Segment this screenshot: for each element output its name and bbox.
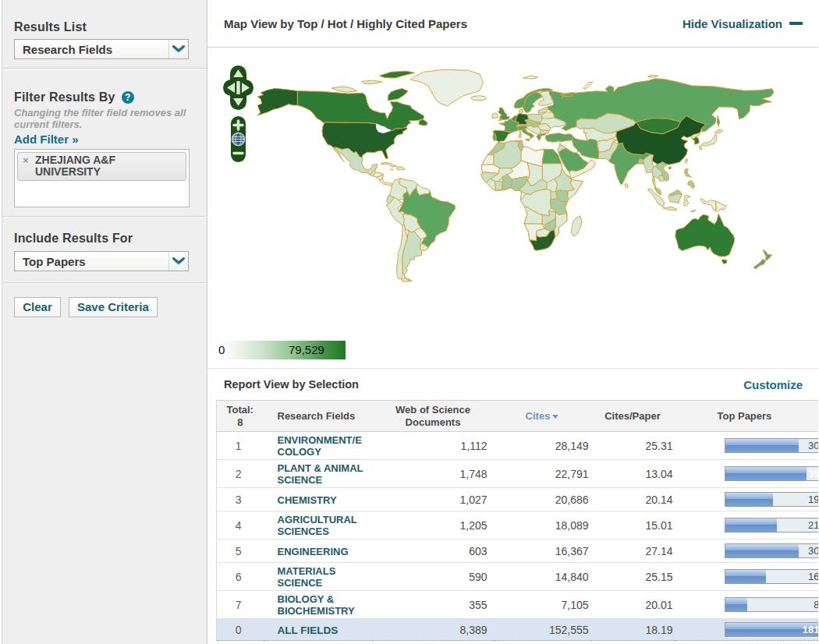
map-pan-control[interactable] — [223, 65, 254, 110]
map-region-australia[interactable] — [675, 214, 735, 257]
add-filter-link[interactable]: Add Filter » — [14, 133, 79, 146]
map-region-sardinia[interactable] — [519, 134, 521, 138]
filter-chip[interactable]: × ZHEJIANG A&F UNIVERSITY — [17, 152, 186, 181]
map-region-borneo-id[interactable] — [668, 194, 682, 203]
save-criteria-button[interactable]: Save Criteria — [69, 297, 158, 317]
column-header-cites[interactable]: Cites — [494, 401, 591, 432]
globe-reset-icon — [232, 133, 244, 145]
visualization-header: Map View by Top / Hot / Highly Cited Pap… — [207, 0, 818, 48]
map-region-costarica-panama[interactable] — [380, 179, 392, 186]
wos-documents-value: 590 — [373, 563, 494, 591]
cites-value: 152,555 — [494, 619, 591, 641]
report-row-2: 2PLANT & ANIMALSCIENCE1,74822,79113.0435 — [217, 460, 819, 488]
map-region-wsahara[interactable] — [481, 155, 494, 165]
map-region-jamaica[interactable] — [391, 169, 393, 170]
cites-value: 20,686 — [494, 488, 591, 511]
map-region-thai-pen[interactable] — [653, 180, 656, 190]
map-region-nz-north[interactable] — [763, 249, 772, 260]
map-region-cuba[interactable] — [381, 162, 397, 167]
map-region-japan-honshu[interactable] — [701, 134, 717, 147]
map-region-sulawesi[interactable] — [684, 196, 690, 207]
top-papers-value: 19 — [808, 494, 818, 505]
map-region-ivory[interactable] — [495, 181, 503, 190]
field-link[interactable]: ALL FIELDS — [278, 625, 339, 636]
include-results-dropdown[interactable]: Top Papers — [14, 251, 189, 271]
field-link[interactable]: ENVIRONMENT/ECOLOGY — [278, 434, 362, 458]
map-region-uk[interactable] — [498, 108, 509, 121]
cites-per-paper-value: 20.14 — [591, 488, 675, 511]
map-region-corsica[interactable] — [519, 132, 521, 134]
cites-per-paper-value: 27.14 — [591, 540, 675, 563]
map-region-taiwan[interactable] — [685, 158, 688, 164]
chevron-down-icon — [168, 40, 188, 58]
map-region-canada-nf[interactable] — [419, 119, 427, 126]
map-region-canada-baffin[interactable] — [388, 88, 409, 101]
map-region-severnaya[interactable] — [648, 75, 658, 77]
clear-button[interactable]: Clear — [14, 297, 61, 317]
map-region-sicily[interactable] — [525, 139, 529, 141]
row-rank: 6 — [217, 563, 264, 591]
field-link[interactable]: CHEMISTRY — [278, 494, 337, 506]
map-region-madagascar[interactable] — [571, 216, 582, 237]
cites-per-paper-value: 25.15 — [591, 563, 675, 591]
map-region-canada-victoria[interactable] — [332, 87, 356, 92]
column-header-research-fields[interactable]: Research Fields — [264, 401, 373, 432]
legend-min-value: 0 — [218, 343, 225, 356]
results-list-dropdown[interactable]: Research Fields — [14, 39, 189, 59]
map-region-sakhalin[interactable] — [718, 115, 720, 126]
map-region-japan-kyushu[interactable] — [699, 146, 701, 150]
map-region-philippines-luzon[interactable] — [685, 169, 691, 178]
map-region-philippines-mind[interactable] — [688, 180, 695, 189]
filter-section: Filter Results By ? Changing the filter … — [0, 69, 207, 216]
column-header-wos-documents[interactable]: Web of ScienceDocuments — [373, 401, 494, 432]
wos-documents-value: 1,205 — [373, 511, 494, 540]
customize-link[interactable]: Customize — [743, 378, 803, 391]
map-region-denmark[interactable] — [519, 109, 523, 114]
field-link[interactable]: AGRICULTURALSCIENCES — [278, 514, 357, 537]
map-zoom-control[interactable] — [231, 116, 246, 162]
map-region-canada-ellesmere[interactable] — [379, 71, 415, 78]
world-map[interactable] — [207, 48, 818, 369]
hide-visualization-link[interactable]: Hide Visualization — [682, 17, 803, 30]
map-region-japan-hokkaido[interactable] — [715, 129, 723, 133]
map-region-tasmania[interactable] — [722, 260, 727, 264]
wos-documents-value: 1,027 — [373, 488, 494, 511]
map-region-svalbard[interactable] — [523, 76, 538, 79]
map-region-png[interactable] — [716, 201, 726, 211]
row-rank: 5 — [217, 540, 264, 563]
cites-per-paper-value: 20.01 — [591, 591, 675, 619]
report-row-4: 4AGRICULTURALSCIENCES1,20518,08915.0121 — [217, 511, 819, 540]
map-region-hispaniola[interactable] — [396, 167, 405, 170]
report-title: Report View by Selection — [224, 378, 359, 391]
results-list-heading: Results List — [14, 19, 207, 34]
collapse-icon — [789, 22, 803, 25]
row-rank: 1 — [217, 432, 264, 460]
report-row-3: 3CHEMISTRY1,02720,68620.1419 — [217, 488, 819, 511]
column-header-top-papers[interactable]: Top Papers — [675, 401, 819, 432]
map-region-srilanka[interactable] — [625, 183, 628, 188]
remove-filter-icon[interactable]: × — [23, 154, 29, 166]
map-region-mozamb[interactable] — [555, 212, 567, 237]
field-link[interactable]: PLANT & ANIMALSCIENCE — [278, 462, 363, 486]
map-region-greece[interactable] — [537, 133, 546, 140]
map-region-canada-arctic2[interactable] — [361, 80, 382, 84]
map-region-greenland[interactable] — [410, 69, 483, 106]
map-region-bangladesh[interactable] — [639, 158, 644, 164]
map-region-usa-alaska[interactable] — [257, 88, 297, 115]
map-region-novaya[interactable] — [583, 82, 593, 89]
column-header-cites-per-paper[interactable]: Cites/Paper — [591, 401, 675, 432]
map-region-iceland[interactable] — [471, 96, 487, 101]
row-rank: 2 — [217, 460, 264, 488]
help-icon[interactable]: ? — [122, 91, 134, 104]
map-region-timor-l[interactable] — [691, 211, 696, 213]
field-link[interactable]: BIOLOGY &BIOCHEMISTRY — [278, 593, 355, 617]
map-region-java[interactable] — [663, 207, 677, 211]
row-rank: 3 — [217, 488, 264, 511]
map-region-papua[interactable] — [700, 199, 716, 211]
field-link[interactable]: ENGINEERING — [278, 546, 349, 557]
map-region-ireland[interactable] — [492, 113, 498, 119]
legend-max-value: 79,529 — [289, 343, 324, 356]
map-region-hainan[interactable] — [668, 167, 672, 170]
map-region-nz-south[interactable] — [753, 260, 766, 269]
field-link[interactable]: MATERIALSSCIENCE — [278, 565, 336, 589]
